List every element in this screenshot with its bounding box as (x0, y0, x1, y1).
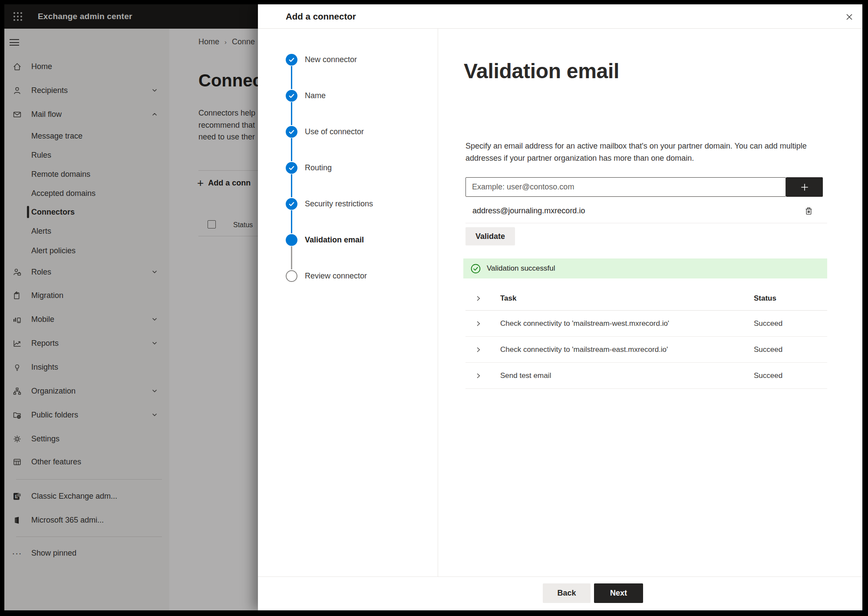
step-connector-line (291, 210, 292, 233)
step-security-restrictions[interactable]: Security restrictions (286, 198, 373, 210)
step-review-connector[interactable]: Review connector (286, 270, 367, 282)
task-cell: Send test email (500, 371, 551, 380)
status-column-header: Status (754, 294, 776, 303)
table-row: Check connectivity to 'mailstream-east.m… (465, 337, 827, 363)
table-row: Send test email Succeed (465, 363, 827, 389)
status-cell: Succeed (754, 345, 782, 354)
dialog-header: Add a connector (258, 4, 862, 29)
close-icon[interactable] (843, 11, 855, 23)
step-connector-line (291, 138, 292, 161)
status-cell: Succeed (754, 371, 782, 380)
task-cell: Check connectivity to 'mailstream-west.m… (500, 319, 669, 328)
banner-text: Validation successful (487, 264, 555, 273)
table-row: Check connectivity to 'mailstream-west.m… (465, 311, 827, 337)
step-complete-icon (286, 90, 297, 102)
add-connector-dialog: Add a connector New connector (258, 4, 862, 610)
step-complete-icon (286, 54, 297, 66)
step-current-icon (286, 234, 297, 246)
step-complete-icon (286, 162, 297, 174)
step-complete-icon (286, 198, 297, 210)
add-address-button[interactable] (786, 177, 823, 197)
expand-all-chevron-icon[interactable] (475, 295, 482, 302)
step-new-connector[interactable]: New connector (286, 53, 357, 66)
step-complete-icon (286, 126, 297, 138)
page-description: Specify an email address for an active m… (465, 140, 813, 164)
step-upcoming-icon (286, 270, 297, 282)
screen: Exchange admin center Home Recipients (0, 0, 868, 616)
page-heading: Validation email (464, 59, 619, 83)
delete-address-icon[interactable] (802, 204, 815, 218)
expand-row-chevron-icon[interactable] (475, 372, 482, 379)
divider (465, 223, 827, 223)
status-cell: Succeed (754, 319, 782, 328)
added-address: address@journaling.mxrecord.io (472, 204, 585, 218)
task-column-header: Task (500, 294, 517, 303)
step-connector-line (291, 66, 292, 89)
expand-row-chevron-icon[interactable] (475, 346, 482, 353)
validation-success-banner: Validation successful (463, 258, 827, 278)
success-check-icon (471, 264, 481, 274)
dialog-title: Add a connector (286, 4, 356, 29)
exchange-admin-center: Exchange admin center Home Recipients (4, 4, 862, 610)
email-address-input[interactable] (465, 177, 786, 197)
step-connector-line (291, 246, 292, 269)
wizard-steps-rail: New connector Name Use of connector Rout… (258, 29, 438, 576)
footer-divider (258, 576, 862, 577)
step-validation-email[interactable]: Validation email (286, 234, 364, 246)
step-connector-line (291, 102, 292, 125)
validate-button[interactable]: Validate (465, 227, 515, 245)
step-name[interactable]: Name (286, 89, 326, 102)
expand-row-chevron-icon[interactable] (475, 320, 482, 327)
table-header-row: Task Status (465, 287, 827, 311)
step-routing[interactable]: Routing (286, 162, 332, 174)
step-use-of-connector[interactable]: Use of connector (286, 126, 364, 138)
task-cell: Check connectivity to 'mailstream-east.m… (500, 345, 668, 354)
next-button[interactable]: Next (594, 583, 643, 603)
back-button[interactable]: Back (543, 583, 591, 603)
step-connector-line (291, 174, 292, 197)
